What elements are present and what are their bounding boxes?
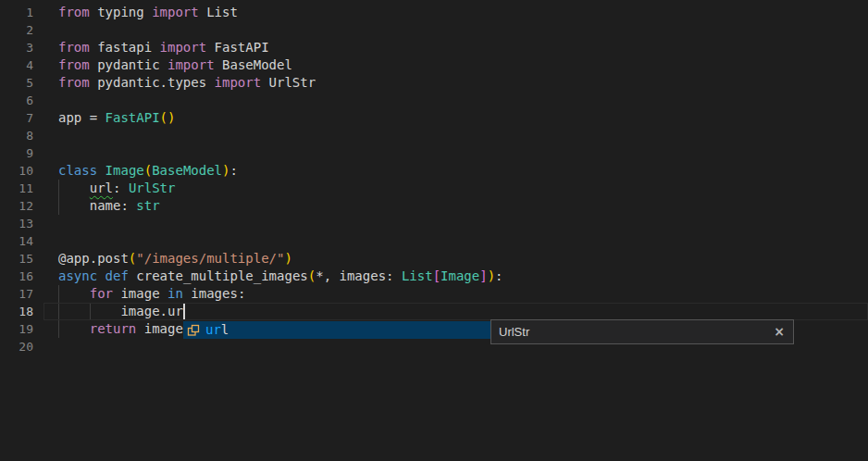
line-number[interactable]: 17 (0, 285, 33, 303)
code-line-text[interactable]: from fastapi import FastAPI (58, 39, 269, 56)
code-token: class (58, 163, 97, 178)
code-token: image (136, 321, 183, 336)
code-line[interactable]: 13 (0, 215, 868, 232)
code-line[interactable]: 10class Image(BaseModel): (0, 162, 868, 180)
line-number[interactable]: 2 (0, 21, 33, 39)
code-token: ] (479, 268, 487, 283)
close-icon[interactable]: × (774, 320, 785, 343)
code-token (97, 268, 105, 283)
code-token: name: (58, 198, 136, 213)
text-cursor (183, 304, 185, 319)
code-line-text[interactable]: url: UrlStr (58, 180, 175, 197)
code-line-text[interactable]: async def create_multiple_images(*, imag… (58, 268, 503, 285)
suggest-item-label: url (205, 321, 229, 339)
code-token: fastapi (90, 40, 160, 55)
code-token: import (167, 57, 215, 72)
code-line[interactable]: 3from fastapi import FastAPI (0, 39, 868, 56)
code-line[interactable]: 4from pydantic import BaseModel (0, 56, 868, 74)
code-line-text[interactable]: from pydantic.types import UrlStr (58, 74, 316, 92)
line-number[interactable]: 13 (0, 215, 33, 232)
code-token: Image (440, 268, 479, 283)
code-token: List (199, 5, 238, 19)
code-token (58, 181, 90, 195)
code-line[interactable]: 18 image.ur (0, 303, 868, 320)
autocomplete-widget: url (183, 321, 490, 339)
code-line[interactable]: 11 url: UrlStr (0, 180, 868, 197)
line-number[interactable]: 3 (0, 39, 33, 56)
code-line-text[interactable]: image.ur (58, 303, 183, 320)
code-line-text[interactable]: from typing import List (58, 4, 238, 21)
code-token: FastAPI (105, 110, 160, 125)
code-token: from (58, 57, 90, 72)
line-number[interactable]: 16 (0, 268, 33, 285)
code-line[interactable]: 6 (0, 92, 868, 109)
code-token: url (90, 181, 113, 195)
code-editor[interactable]: 1from typing import List23from fastapi i… (0, 0, 868, 461)
code-token: ) (284, 251, 291, 266)
code-line[interactable]: 2 (0, 21, 868, 39)
suggest-item-url[interactable]: url (183, 321, 490, 339)
code-line[interactable]: 5from pydantic.types import UrlStr (0, 74, 868, 92)
code-line[interactable]: 8 (0, 127, 868, 144)
code-token: app = (58, 110, 105, 125)
code-token: async (58, 268, 97, 283)
code-token: image (113, 286, 167, 301)
code-line[interactable]: 12 name: str (0, 197, 868, 215)
code-token: "/images/multiple/" (136, 251, 284, 266)
suggest-match-text: ur (205, 322, 221, 337)
code-line-text[interactable]: for image in images: (58, 285, 245, 303)
code-token: BaseModel (152, 163, 222, 178)
line-number[interactable]: 19 (0, 320, 33, 338)
code-token: () (160, 110, 176, 125)
line-number[interactable]: 10 (0, 162, 33, 180)
line-number[interactable]: 20 (0, 338, 33, 355)
line-number[interactable]: 1 (0, 4, 33, 21)
line-number[interactable]: 18 (0, 303, 33, 320)
line-number[interactable]: 4 (0, 56, 33, 74)
code-line-text[interactable]: @app.post("/images/multiple/") (58, 250, 292, 268)
code-token: pydantic (90, 57, 167, 72)
code-token: from (58, 5, 90, 19)
line-number[interactable]: 5 (0, 74, 33, 92)
line-number[interactable]: 6 (0, 92, 33, 109)
code-line[interactable]: 14 (0, 232, 868, 250)
code-token: for (90, 286, 113, 301)
line-number[interactable]: 14 (0, 232, 33, 250)
code-token: pydantic.types (90, 75, 215, 90)
line-number[interactable]: 11 (0, 180, 33, 197)
suggest-detail-panel: UrlStr × (490, 319, 794, 344)
code-token: image.ur (58, 304, 183, 318)
code-token: : (113, 181, 129, 195)
code-token: *, images: (316, 268, 402, 283)
code-token: UrlStr (261, 75, 316, 90)
code-token: from (58, 40, 90, 55)
code-token: from (58, 75, 90, 90)
code-line[interactable]: 16async def create_multiple_images(*, im… (0, 268, 868, 285)
line-number[interactable]: 15 (0, 250, 33, 268)
code-line-text[interactable]: from pydantic import BaseModel (58, 56, 292, 74)
code-line[interactable]: 9 (0, 144, 868, 162)
line-number[interactable]: 8 (0, 127, 33, 144)
code-line[interactable]: 15@app.post("/images/multiple/") (0, 250, 868, 268)
code-line-text[interactable]: app = FastAPI() (58, 109, 175, 127)
code-token: BaseModel (215, 57, 292, 72)
code-token: ( (144, 163, 152, 178)
code-line[interactable]: 17 for image in images: (0, 285, 868, 303)
suggest-rest-text: l (221, 322, 229, 337)
code-line-text[interactable]: return image (58, 320, 183, 338)
code-token: import (215, 75, 262, 90)
line-number[interactable]: 7 (0, 109, 33, 127)
line-number[interactable]: 9 (0, 144, 33, 162)
code-token: images: (183, 286, 245, 301)
field-icon (186, 323, 201, 338)
line-number[interactable]: 12 (0, 197, 33, 215)
code-token: : (229, 163, 237, 178)
code-line[interactable]: 1from typing import List (0, 4, 868, 21)
code-token: FastAPI (206, 40, 268, 55)
code-line-text[interactable]: name: str (58, 197, 160, 215)
code-token (58, 321, 90, 336)
code-line[interactable]: 7app = FastAPI() (0, 109, 868, 127)
code-token: return (90, 321, 137, 336)
code-token: ( (308, 268, 316, 283)
code-line-text[interactable]: class Image(BaseModel): (58, 162, 238, 180)
